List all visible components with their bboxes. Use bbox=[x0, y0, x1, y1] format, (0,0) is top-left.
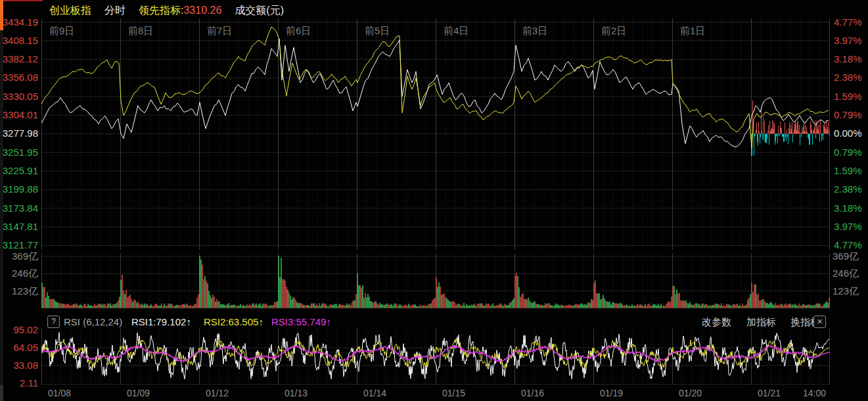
close-indicator-icon[interactable]: × bbox=[813, 316, 826, 328]
time-axis-date: 01/15 bbox=[442, 388, 465, 398]
pct-axis-label: 0.00% bbox=[834, 128, 862, 139]
price-axis-label: 3173.84 bbox=[0, 203, 38, 214]
volume-axis-label-right: 123亿 bbox=[833, 286, 859, 296]
day-label-8: 前8日 bbox=[128, 26, 153, 36]
add-indicator-button[interactable]: 加指标 bbox=[746, 316, 776, 329]
price-axis-label: 3304.01 bbox=[0, 110, 38, 120]
rsi3-value: RSI3:55.749↑ bbox=[271, 316, 331, 327]
rsi-axis-label: 64.05 bbox=[0, 342, 38, 353]
day-label-2: 前2日 bbox=[601, 26, 626, 36]
price-axis-label: 3147.81 bbox=[0, 222, 38, 232]
pct-axis-label: 0.79% bbox=[834, 110, 862, 120]
day-label-9: 前9日 bbox=[49, 26, 74, 36]
time-axis-date: 01/08 bbox=[48, 388, 71, 398]
tab-minute-mode[interactable]: 分时 bbox=[104, 5, 126, 16]
time-axis-date: 01/20 bbox=[679, 388, 702, 398]
day-label-6: 前6日 bbox=[286, 26, 311, 36]
pct-axis-label: 3.18% bbox=[834, 54, 862, 64]
day-label-7: 前7日 bbox=[207, 26, 232, 36]
day-label-3: 前3日 bbox=[522, 26, 547, 36]
price-axis-label: 3225.91 bbox=[0, 166, 38, 176]
price-axis-label: 3356.08 bbox=[0, 72, 38, 83]
price-axis-label: 3330.05 bbox=[0, 91, 38, 102]
day-label-4: 前4日 bbox=[444, 26, 468, 36]
pct-axis-label: 3.18% bbox=[834, 203, 862, 214]
volume-axis-label-left: 246亿 bbox=[0, 268, 38, 279]
main-price-chart[interactable] bbox=[41, 18, 830, 250]
price-axis-label: 3121.77 bbox=[0, 240, 38, 250]
time-axis-date: 01/19 bbox=[600, 388, 623, 398]
day-label-5: 前5日 bbox=[365, 26, 390, 36]
pct-axis-label: 1.59% bbox=[834, 166, 862, 176]
price-axis-label: 3408.15 bbox=[0, 35, 38, 46]
time-axis-date: 01/16 bbox=[521, 388, 544, 398]
volume-axis-label-right: 246亿 bbox=[833, 268, 859, 279]
chart-header: 创业板指分时领先指标:3310.26成交额(元) bbox=[49, 5, 297, 16]
price-axis-label: 3199.88 bbox=[0, 184, 38, 195]
price-axis-label: 3277.98 bbox=[0, 128, 38, 139]
pct-axis-label: 1.59% bbox=[834, 91, 862, 102]
pct-axis-label: 2.38% bbox=[834, 184, 862, 195]
rsi-chart[interactable] bbox=[41, 329, 830, 385]
pct-axis-label: 3.97% bbox=[834, 35, 862, 46]
volume-chart[interactable] bbox=[41, 253, 830, 308]
change-params-button[interactable]: 改参数 bbox=[702, 316, 731, 329]
rsi-title: RSI (6,12,24) bbox=[64, 316, 122, 327]
volume-axis-label-right: 369亿 bbox=[833, 251, 859, 262]
rsi-axis-label: 95.02 bbox=[0, 325, 38, 335]
time-axis-date: 01/13 bbox=[285, 388, 308, 398]
stock-chart-app: 创业板指分时领先指标:3310.26成交额(元) ? RSI (6,12,24)… bbox=[0, 0, 868, 401]
rsi-help-button[interactable]: ? bbox=[47, 316, 60, 328]
volume-axis-label-left: 123亿 bbox=[0, 286, 38, 296]
pct-axis-label: 4.77% bbox=[834, 240, 862, 250]
top-edge-accent bbox=[3, 0, 43, 1]
price-axis-label: 3434.19 bbox=[0, 17, 38, 28]
pct-axis-label: 0.79% bbox=[834, 147, 862, 158]
rsi1-value: RSI1:79.102↑ bbox=[131, 316, 191, 327]
time-axis-date: 01/14 bbox=[363, 388, 386, 398]
pct-axis-label: 2.38% bbox=[834, 72, 862, 83]
time-axis-date: 01/21 bbox=[758, 388, 781, 398]
rsi-axis-label: 2.11 bbox=[0, 378, 38, 389]
day-label-1: 前1日 bbox=[680, 26, 705, 36]
leading-indicator-value: 3310.26 bbox=[183, 5, 221, 16]
time-axis-last-time: 14:00 bbox=[803, 388, 826, 398]
rsi-axis-label: 33.08 bbox=[0, 360, 38, 371]
price-axis-label: 3251.95 bbox=[0, 147, 38, 158]
price-axis-label: 3382.12 bbox=[0, 54, 38, 64]
leading-indicator-label: 领先指标: bbox=[139, 5, 183, 16]
pct-axis-label: 3.97% bbox=[834, 222, 862, 232]
pct-axis-label: 4.77% bbox=[834, 17, 862, 28]
volume-axis-label-left: 369亿 bbox=[0, 251, 38, 262]
symbol-name[interactable]: 创业板指 bbox=[49, 5, 91, 16]
turnover-label: 成交额(元) bbox=[235, 5, 284, 16]
rsi2-value: RSI2:63.505↑ bbox=[204, 316, 263, 327]
time-axis-date: 01/09 bbox=[127, 388, 150, 398]
time-axis-date: 01/12 bbox=[206, 388, 229, 398]
